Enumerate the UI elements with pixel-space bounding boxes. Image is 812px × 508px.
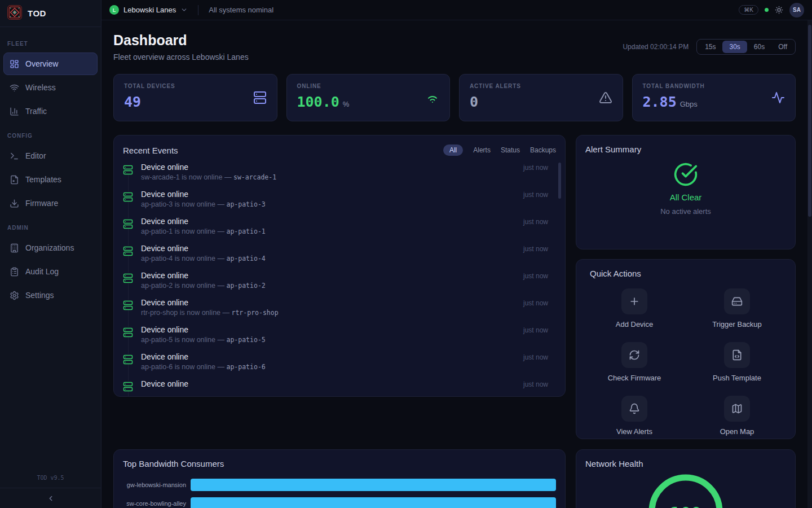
event-device-name: sw-arcade-1 [233,173,276,181]
event-separator: — [223,309,230,317]
action-trigger-backup[interactable]: Trigger Backup [692,288,782,329]
org-selector[interactable]: L Lebowski Lanes [109,5,188,15]
main-area: L Lebowski Lanes All systems nominal ⌘K … [102,0,812,508]
refresh-option-60s[interactable]: 60s [747,41,771,53]
sidebar-item-templates[interactable]: Templates [3,168,98,191]
stat-label: TOTAL DEVICES [124,83,267,89]
event-time: just now [523,191,556,199]
sidebar-collapse-button[interactable] [0,488,101,508]
page-title: Dashboard [113,32,249,49]
event-row[interactable]: Device onlinejust now [123,379,556,397]
event-description: ap-patio-6 is now online — ap-patio-6 [141,363,556,371]
action-add-device[interactable]: Add Device [590,288,679,329]
event-row[interactable]: Device onlinejust now sw-arcade-1 is now… [123,163,556,190]
event-row[interactable]: Device onlinejust now ap-patio-4 is now … [123,244,556,271]
action-label: Check Firmware [608,374,661,382]
alert-summary-title: Alert Summary [585,144,786,154]
sidebar-item-label: Audit Log [25,267,59,276]
tab-all[interactable]: All [443,144,463,156]
network-health-value: 100 [585,503,786,508]
bandwidth-row: sw-core-bowling-alley [123,497,556,508]
event-row[interactable]: Device onlinejust now ap-patio-2 is now … [123,271,556,298]
org-avatar: L [109,5,119,15]
brand-name: TOD [28,8,46,18]
event-separator: — [224,173,232,181]
action-check-firmware[interactable]: Check Firmware [590,342,679,382]
sidebar-item-editor[interactable]: Editor [3,144,98,167]
alert-summary-card: Alert Summary All Clear No active alerts [576,135,796,249]
topbar: L Lebowski Lanes All systems nominal ⌘K … [102,0,812,20]
network-health-title: Network Health [585,459,786,468]
sidebar-item-label: Overview [25,59,58,68]
alert-status-text: All Clear [585,192,786,202]
action-label: Push Template [713,374,761,382]
tab-backups[interactable]: Backups [530,146,556,154]
tab-alerts[interactable]: Alerts [473,146,491,154]
nav-section-config: CONFIG [0,124,101,143]
quick-actions-card: Quick Actions Add Device Trigger Backup [576,259,796,439]
event-row[interactable]: Device onlinejust now ap-patio-3 is now … [123,190,556,217]
sidebar-item-overview[interactable]: Overview [3,52,98,75]
sidebar-item-organizations[interactable]: Organizations [3,237,98,259]
updated-timestamp: Updated 02:00:14 PM [623,43,689,51]
server-icon [123,273,133,283]
stat-value: 2.85 [643,94,677,110]
action-view-alerts[interactable]: View Alerts [590,396,679,436]
sidebar-footer: TOD v9.5 [0,470,101,508]
app-window: TOD FLEET Overview Wireless Traffi [0,0,812,508]
event-time: just now [523,272,556,280]
sidebar-item-traffic[interactable]: Traffic [3,100,98,122]
event-description: ap-patio-1 is now online — ap-patio-1 [141,227,556,235]
events-scrollbar[interactable] [558,163,561,199]
alert-detail-text: No active alerts [585,207,786,216]
divider [198,5,198,15]
refresh-option-off[interactable]: Off [771,41,794,53]
refresh-option-15s[interactable]: 15s [698,41,722,53]
event-row[interactable]: Device onlinejust now ap-patio-5 is now … [123,325,556,352]
event-description: ap-patio-2 is now online — ap-patio-2 [141,282,556,290]
event-time: just now [523,299,556,307]
page-scrollbar-track[interactable] [807,20,812,508]
sidebar-item-wireless[interactable]: Wireless [3,76,98,99]
refresh-option-30s[interactable]: 30s [722,41,747,53]
event-row[interactable]: Device onlinejust now ap-patio-6 is now … [123,352,556,379]
event-time: just now [523,164,556,172]
layout-dashboard-icon [10,59,19,69]
bandwidth-row: gw-lebowski-mansion [123,479,556,491]
sidebar-item-audit-log[interactable]: Audit Log [3,260,98,283]
event-time: just now [523,326,556,334]
event-row[interactable]: Device onlinejust now ap-patio-1 is now … [123,217,556,244]
clipboard-icon [10,267,19,277]
page-scrollbar-thumb[interactable] [808,25,811,217]
stat-label: ACTIVE ALERTS [470,83,612,89]
stat-label: ONLINE [297,83,440,89]
event-row[interactable]: Device onlinejust now rtr-pro-shop is no… [123,298,556,325]
check-circle-icon [585,162,786,187]
action-push-template[interactable]: Push Template [692,342,782,382]
server-icon [123,381,133,391]
download-icon [10,199,19,208]
event-time: just now [523,353,556,361]
action-label: Open Map [720,427,754,436]
tab-status[interactable]: Status [501,146,520,154]
stat-value: 100.0 [297,94,339,110]
system-status-text: All systems nominal [209,6,273,14]
event-time: just now [523,245,556,253]
event-device-name: ap-patio-4 [227,255,266,262]
command-palette-button[interactable]: ⌘K [739,5,758,15]
user-avatar[interactable]: SA [789,3,804,17]
sidebar-item-label: Organizations [25,243,74,252]
file-icon [10,175,19,185]
theme-toggle-button[interactable] [775,6,783,14]
event-description: sw-arcade-1 is now online — sw-arcade-1 [141,173,556,181]
sidebar-item-firmware[interactable]: Firmware [3,192,98,214]
sidebar-item-label: Firmware [25,199,58,208]
wifi-icon [10,83,19,93]
sidebar-item-settings[interactable]: Settings [3,284,98,306]
event-list: Device onlinejust now sw-arcade-1 is now… [123,163,556,397]
server-icon [123,164,133,174]
brand-header: TOD [0,0,101,27]
stat-value: 49 [124,94,141,110]
action-open-map[interactable]: Open Map [692,396,782,436]
sidebar-item-label: Settings [25,291,54,300]
